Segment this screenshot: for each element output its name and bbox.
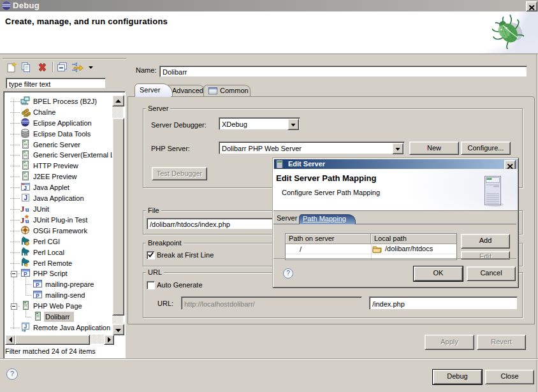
- svg-text:P: P: [36, 282, 40, 288]
- svg-text:J: J: [20, 204, 25, 214]
- svg-text:J: J: [24, 194, 28, 201]
- svg-text:J: J: [24, 323, 27, 330]
- svg-text:u: u: [25, 205, 29, 213]
- svg-text:J: J: [20, 215, 25, 224]
- svg-text:J: J: [24, 185, 27, 191]
- svg-text:P: P: [24, 271, 27, 277]
- svg-text:P: P: [36, 293, 40, 299]
